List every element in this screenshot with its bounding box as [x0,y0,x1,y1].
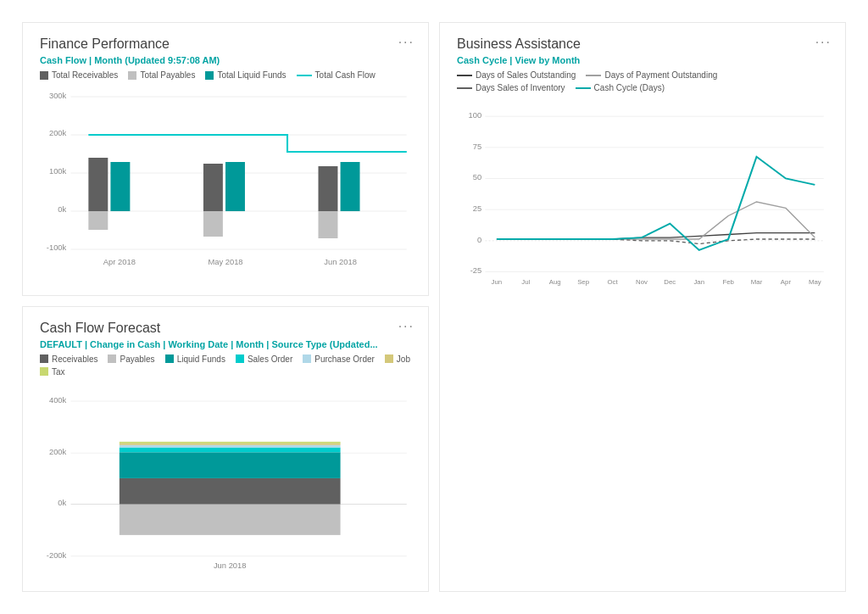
cash-flow-forecast-panel: Cash Flow Forecast DEFAULT | Change in C… [22,306,429,593]
svg-rect-15 [225,162,245,211]
svg-text:-200k: -200k [47,551,67,560]
svg-text:Apr 2018: Apr 2018 [103,258,136,266]
legend-line-cc [576,87,591,89]
svg-text:2018: 2018 [692,285,706,286]
svg-text:0k: 0k [58,499,66,507]
svg-rect-10 [88,158,108,211]
legend-line-dpo [586,75,601,76]
legend-label-tax: Tax [52,367,65,377]
legend-days-sales-inventory: Days Sales of Inventory [457,83,565,92]
svg-text:2017: 2017 [576,285,590,286]
business-assistance-title: Business Assistance [457,36,828,52]
legend-label-liq: Liquid Funds [177,354,225,364]
legend-label-job: Job [397,354,410,364]
legend-label-dpo: Days of Payment Outstanding [604,70,717,80]
finance-chart-svg: 300k 200k 100k 0k -100k [40,87,411,273]
cash-flow-forecast-menu[interactable]: ··· [398,319,415,334]
cashflow-chart-svg: 400k 200k 0k -200k [40,383,411,570]
business-line-chart: 100 75 50 25 0 -25 [457,99,828,286]
legend-sales-order: Sales Order [236,354,292,364]
legend-total-liquid-funds: Total Liquid Funds [205,70,286,80]
svg-text:300k: 300k [49,92,67,100]
legend-purchase-order: Purchase Order [303,354,375,364]
svg-text:Jun 2018: Jun 2018 [214,561,247,570]
svg-rect-16 [319,166,338,211]
legend-box-job [385,354,393,363]
svg-text:400k: 400k [49,396,67,405]
legend-line-dsi [457,87,472,89]
cash-flow-forecast-title: Cash Flow Forecast [40,321,411,336]
business-assistance-subtitle: Cash Cycle | View by Month [457,55,828,65]
svg-text:May 2018: May 2018 [208,258,242,266]
legend-total-payables: Total Payables [128,70,195,80]
legend-label-liquid: Total Liquid Funds [217,70,286,80]
svg-text:2017: 2017 [663,285,677,286]
legend-label-receivables: Total Receivables [52,70,118,80]
cash-flow-forecast-legend: Receivables Payables Liquid Funds Sales … [40,354,411,377]
svg-text:2018: 2018 [721,285,735,286]
svg-text:50: 50 [473,174,482,181]
legend-label-payables: Total Payables [140,70,195,80]
legend-box-so [236,354,244,363]
svg-text:2017: 2017 [489,285,504,286]
legend-label-so: Sales Order [248,354,292,364]
svg-text:-100k: -100k [47,243,67,252]
finance-performance-subtitle: Cash Flow | Month (Updated 9:57:08 AM) [40,55,411,65]
legend-box-liquid [205,71,214,80]
finance-bar-chart: 300k 200k 100k 0k -100k [40,87,411,273]
dashboard: Finance Performance Cash Flow | Month (U… [0,0,868,614]
legend-box-recv [40,354,48,363]
finance-performance-menu[interactable]: ··· [398,35,415,50]
finance-performance-title: Finance Performance [40,36,411,52]
svg-text:200k: 200k [49,129,67,137]
legend-box-pay [108,354,116,363]
svg-text:2017: 2017 [548,285,562,286]
svg-text:2017: 2017 [634,285,648,286]
legend-label-recv: Receivables [52,354,97,364]
legend-box-liq [165,354,174,363]
legend-receivables: Receivables [40,354,97,364]
svg-text:2018: 2018 [808,285,822,286]
svg-text:2017: 2017 [605,285,620,286]
svg-text:2018: 2018 [749,285,764,286]
svg-rect-72 [120,441,341,443]
svg-rect-13 [203,164,223,211]
svg-text:25: 25 [473,205,482,213]
svg-rect-70 [120,444,341,447]
svg-rect-67 [120,477,341,504]
cash-flow-stacked-chart: 400k 200k 0k -200k [40,383,411,570]
svg-text:-25: -25 [470,267,482,275]
legend-days-sales-outstanding: Days of Sales Outstanding [457,70,576,80]
svg-text:100: 100 [469,112,482,120]
business-assistance-menu[interactable]: ··· [815,35,832,50]
legend-box-payables [128,71,136,80]
legend-total-cash-flow: Total Cash Flow [297,70,376,80]
svg-text:2018: 2018 [778,285,793,286]
legend-liquid-funds: Liquid Funds [165,354,225,364]
legend-line-cashflow [297,75,312,76]
legend-box-tax [40,367,48,376]
svg-text:75: 75 [473,142,482,150]
svg-rect-18 [341,162,360,211]
legend-payables: Payables [108,354,154,364]
legend-label-cc: Cash Cycle (Days) [594,83,665,92]
legend-tax: Tax [40,367,65,377]
svg-text:100k: 100k [49,167,67,176]
svg-text:200k: 200k [49,448,67,456]
svg-rect-71 [120,443,341,444]
business-assistance-panel: Business Assistance Cash Cycle | View by… [439,22,846,592]
legend-label-pay: Payables [120,354,154,364]
finance-performance-panel: Finance Performance Cash Flow | Month (U… [22,22,429,296]
legend-label-cashflow: Total Cash Flow [315,70,376,80]
svg-text:Jun 2018: Jun 2018 [324,258,357,266]
svg-rect-66 [120,504,341,534]
business-chart-svg: 100 75 50 25 0 -25 [457,99,828,286]
svg-rect-12 [110,162,130,211]
svg-text:2017: 2017 [519,285,533,286]
legend-label-po: Purchase Order [314,354,375,364]
legend-cash-cycle-days: Cash Cycle (Days) [576,83,665,92]
svg-rect-68 [120,452,341,478]
legend-total-receivables: Total Receivables [40,70,118,80]
svg-rect-69 [120,447,341,452]
legend-days-payment-outstanding: Days of Payment Outstanding [586,70,717,80]
